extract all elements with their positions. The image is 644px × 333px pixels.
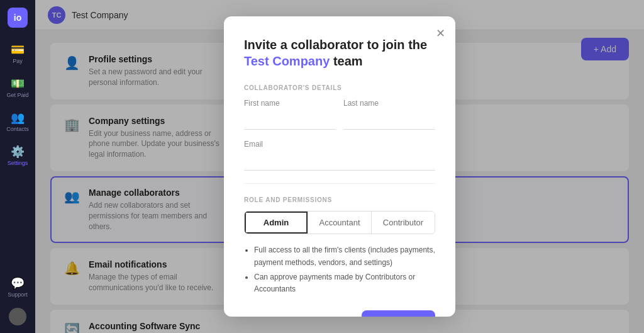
sidebar-item-pay[interactable]: 💳 Pay (3, 38, 33, 69)
user-avatar[interactable] (9, 308, 26, 325)
modal-company-name: Test Company (244, 54, 330, 68)
role-admin-button[interactable]: Admin (245, 212, 308, 234)
modal-overlay: ✕ Invite a collaborator to join the Test… (35, 0, 644, 333)
settings-icon: ⚙️ (11, 145, 25, 159)
sidebar-bottom: 💬 Support (3, 271, 33, 325)
first-name-input[interactable] (244, 111, 336, 130)
sidebar-item-settings[interactable]: ⚙️ Settings (3, 140, 33, 171)
role-permissions-header: ROLE AND PERMISSIONS (244, 196, 435, 203)
sidebar: io 💳 Pay 💵 Get Paid 👥 Contacts ⚙️ Settin… (0, 0, 35, 333)
email-label: Email (244, 140, 435, 149)
permission-item-2: Can approve payments made by Contributor… (254, 271, 435, 295)
email-input[interactable] (244, 152, 435, 171)
send-invite-button[interactable]: Send invite (362, 310, 435, 316)
divider (244, 183, 435, 184)
modal-title-prefix: Invite a collaborator to join the (244, 38, 427, 52)
sidebar-item-support[interactable]: 💬 Support (3, 271, 33, 303)
role-accountant-button[interactable]: Accountant (308, 212, 372, 234)
modal-title: Invite a collaborator to join the Test C… (244, 37, 435, 69)
support-icon: 💬 (11, 276, 25, 290)
last-name-group: Last name (343, 99, 435, 130)
sidebar-item-contacts[interactable]: 👥 Contacts (3, 106, 33, 137)
sidebar-label-support: Support (8, 291, 28, 298)
permissions-list: Full access to all the firm's clients (i… (244, 244, 435, 295)
app-logo: io (8, 8, 28, 28)
modal-footer: Send invite (244, 298, 435, 316)
invite-collaborator-modal: ✕ Invite a collaborator to join the Test… (224, 16, 455, 316)
name-row: First name Last name (244, 99, 435, 130)
sidebar-label-get-paid: Get Paid (6, 92, 28, 98)
last-name-input[interactable] (343, 111, 435, 130)
email-group: Email (244, 140, 435, 171)
sidebar-label-contacts: Contacts (6, 126, 29, 132)
pay-icon: 💳 (11, 43, 25, 57)
contacts-icon: 👥 (11, 111, 25, 125)
get-paid-icon: 💵 (11, 77, 25, 91)
first-name-group: First name (244, 99, 336, 130)
collaborator-details-header: COLLABORATOR'S DETAILS (244, 84, 435, 91)
main-content: TC Test Company 👤 Profile settings Set a… (35, 0, 644, 333)
modal-close-button[interactable]: ✕ (436, 26, 445, 40)
role-contributor-button[interactable]: Contributor (372, 212, 435, 234)
first-name-label: First name (244, 99, 336, 108)
last-name-label: Last name (343, 99, 435, 108)
modal-title-suffix: team (330, 54, 362, 68)
role-selector: Admin Accountant Contributor (244, 211, 435, 234)
sidebar-label-settings: Settings (8, 160, 28, 166)
sidebar-item-get-paid[interactable]: 💵 Get Paid (3, 72, 33, 103)
sidebar-label-pay: Pay (13, 58, 23, 64)
permission-item-1: Full access to all the firm's clients (i… (254, 244, 435, 268)
